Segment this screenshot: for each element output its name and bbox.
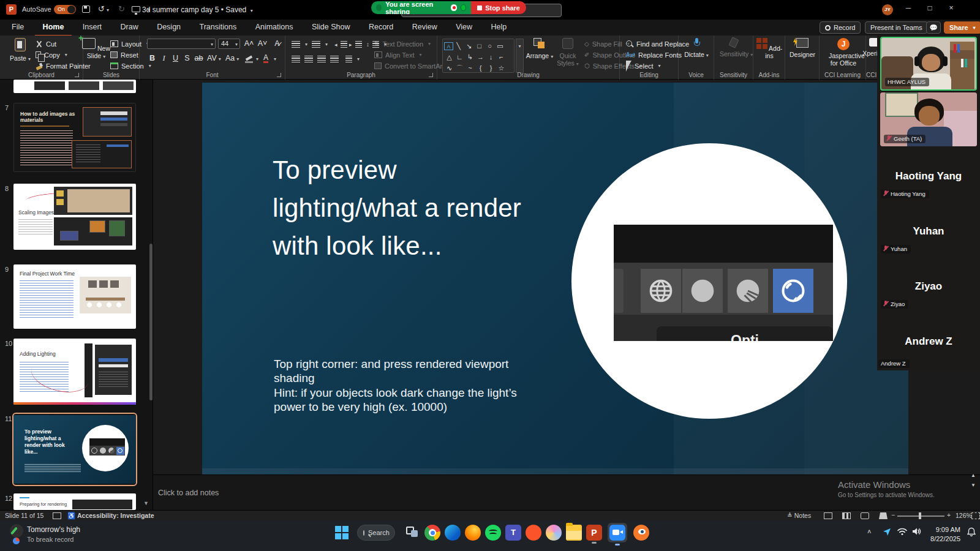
slide-canvas[interactable]: To preview lighting/what a render with l… [202, 83, 908, 474]
tab-slide-show[interactable]: Slide Show [304, 20, 358, 35]
tray-expand-icon[interactable]: ˄ [867, 528, 871, 535]
slide-7-thumbnail[interactable]: How to add images as materials [13, 103, 136, 172]
right-arrow-shape-icon[interactable]: → [475, 52, 486, 62]
close-button[interactable]: × [942, 4, 960, 12]
font-dialog-launcher[interactable] [277, 73, 281, 77]
autosave-toggle[interactable]: On [54, 5, 76, 14]
font-size-combobox[interactable]: 44▾ [218, 39, 240, 49]
down-arrow-shape-icon[interactable]: ↓ [486, 52, 496, 62]
normal-view-icon[interactable] [824, 512, 832, 519]
clipboard-dialog-launcher[interactable] [75, 73, 79, 77]
slide-12-thumbnail-partial[interactable]: Preparing for rendering [13, 493, 136, 510]
undo-icon[interactable]: ↺▾ [98, 4, 109, 13]
participant-tile[interactable]: Yuhan Yuhan [877, 203, 980, 258]
account-avatar[interactable]: JY [882, 4, 893, 15]
jasperactive-button[interactable]: J Jasperactive for Office [829, 37, 858, 67]
video-tile-geeth[interactable]: Geeth (TA) [880, 92, 977, 146]
clear-formatting-button[interactable]: A̷ [272, 39, 282, 48]
edge-icon[interactable] [445, 525, 461, 541]
bold-button[interactable]: B [147, 54, 157, 62]
sensitivity-button[interactable]: Sensitivity▾ [720, 37, 748, 58]
arrange-button[interactable]: Arrange▾ [526, 37, 554, 59]
copy-button[interactable]: Copy▾ [36, 50, 67, 60]
thumbnails-scrollbar[interactable] [149, 244, 153, 400]
wifi-icon[interactable] [897, 527, 908, 538]
text-shadow-button[interactable]: S [182, 54, 192, 62]
tab-animations[interactable]: Animations [247, 20, 301, 35]
share-button[interactable]: Share▾ [944, 21, 980, 34]
font-color-button[interactable]: A [263, 54, 268, 63]
accessibility-icon[interactable]: ♿ [67, 512, 75, 520]
weather-icon[interactable] [10, 524, 23, 538]
align-left-button[interactable] [292, 54, 300, 64]
slide-10-thumbnail[interactable]: Adding Lighting [13, 339, 136, 405]
highlight-color-button[interactable] [245, 56, 253, 63]
reset-button[interactable]: Reset [110, 50, 138, 60]
maximize-button[interactable]: □ [921, 4, 939, 12]
text-direction-button[interactable]: ⇅Text Direction▾ [374, 39, 431, 49]
task-view-icon[interactable] [404, 525, 420, 541]
new-slide-button[interactable]: New Slide▾ [82, 37, 110, 59]
align-text-button[interactable]: Align Text▾ [374, 50, 422, 60]
tab-help[interactable]: Help [483, 20, 514, 35]
slide-title-text[interactable]: To preview lighting/what a render with l… [273, 151, 530, 265]
notes-toggle[interactable]: ≜ Notes [787, 512, 811, 519]
strikethrough-button[interactable]: ab [194, 54, 204, 62]
corner-shape-icon[interactable]: ⌐ [496, 52, 507, 62]
comments-button[interactable]: 💬 [926, 21, 941, 34]
zoom-app-icon[interactable] [609, 525, 625, 541]
dictate-button[interactable]: Dictate▾ [682, 37, 710, 58]
increase-font-size-button[interactable]: A˄ [244, 39, 254, 48]
slide-11-thumbnail[interactable]: To preview lighting/what a render with l… [13, 415, 136, 484]
tab-view[interactable]: View [448, 20, 480, 35]
increase-indent-button[interactable]: ▸ [349, 39, 362, 50]
zoom-in-button[interactable]: + [947, 511, 951, 519]
shapes-gallery[interactable]: A╲↘□○▭ △∟↳→↓⌐ ∿⌒~{}☆ [442, 39, 514, 73]
participant-tile[interactable]: Ziyao Ziyao [877, 258, 980, 313]
minimize-button[interactable]: ─ [899, 4, 918, 12]
format-painter-button[interactable]: Format Painter [36, 61, 91, 71]
text-box-icon[interactable]: A [444, 42, 453, 50]
numbering-button[interactable]: ▾ [312, 39, 328, 50]
document-title[interactable]: 3d summer camp day 5 • Saved ▾ [142, 6, 253, 14]
slide-body-text-1[interactable]: Top right corner: and press rendered vie… [274, 357, 537, 385]
tab-draw[interactable]: Draw [113, 20, 146, 35]
rectangle-shape-icon[interactable]: □ [474, 41, 484, 51]
previous-slide-icon[interactable]: ▲ [971, 473, 976, 478]
elbow-arrow-icon[interactable]: ↳ [465, 52, 475, 62]
addins-button[interactable]: Add-ins [755, 37, 783, 59]
slide-9-thumbnail[interactable]: Final Project Work Time [13, 264, 136, 329]
reading-view-icon[interactable] [861, 512, 869, 519]
video-tile-self[interactable]: HHWC AYLUS [880, 37, 977, 91]
notifications-icon[interactable] [967, 527, 976, 539]
tab-record[interactable]: Record [361, 20, 401, 35]
columns-button[interactable]: ▾ [345, 54, 360, 64]
next-slide-icon[interactable]: ▼ [971, 482, 976, 488]
zoom-slider-thumb[interactable] [919, 512, 921, 519]
paste-button[interactable]: Paste▾ [6, 37, 34, 62]
start-slideshow-icon[interactable] [132, 6, 140, 12]
shapes-gallery-scrollbar[interactable]: ▾ [516, 39, 524, 73]
proofing-icon[interactable] [53, 512, 61, 519]
decrease-font-size-button[interactable]: A˅ [257, 39, 268, 48]
zoom-out-button[interactable]: − [891, 511, 895, 519]
paragraph-dialog-launcher[interactable] [429, 73, 433, 77]
slide-8-thumbnail[interactable]: Scaling Images [13, 184, 136, 250]
accessibility-status[interactable]: Accessibility: Investigate [77, 512, 154, 519]
align-center-button[interactable] [304, 54, 313, 64]
font-name-combobox[interactable]: ▾ [147, 39, 216, 49]
taskbar-search[interactable]: Search [357, 525, 395, 541]
tab-design[interactable]: Design [149, 20, 189, 35]
justify-button[interactable] [330, 54, 339, 64]
designer-button[interactable]: Designer [788, 37, 816, 58]
decrease-indent-button[interactable]: ◂ [334, 39, 347, 50]
align-right-button[interactable] [317, 54, 326, 64]
blender-icon[interactable] [633, 525, 649, 541]
slideshow-view-icon[interactable] [879, 512, 888, 519]
slide-inset-image[interactable]: Opti [571, 143, 847, 419]
elbow-connector-icon[interactable]: ∟ [454, 52, 465, 62]
clock[interactable]: 9:09 AM 8/22/2025 [916, 525, 960, 544]
spotify-icon[interactable] [485, 525, 501, 541]
line-shape-icon[interactable]: ╲ [453, 41, 464, 51]
slide-body-text-2[interactable]: Hint: if your objects look dark change t… [274, 386, 537, 414]
